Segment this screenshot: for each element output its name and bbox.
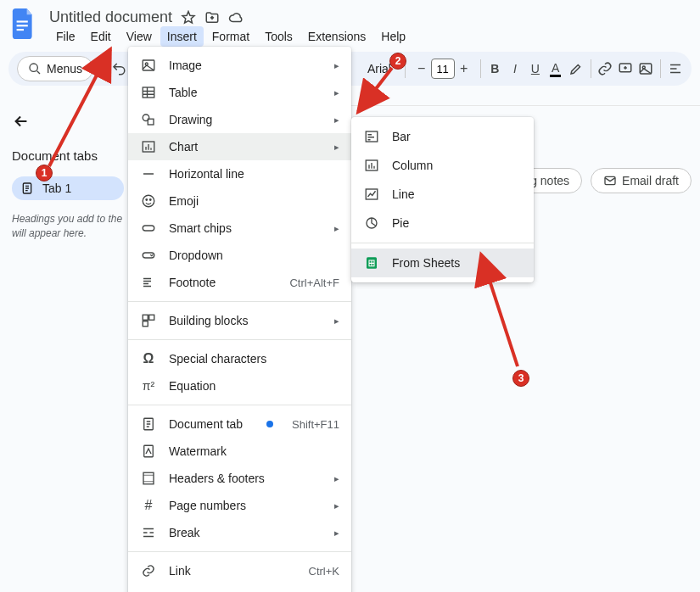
underline-button[interactable]: U [528, 57, 543, 81]
pie-chart-icon [363, 215, 380, 232]
document-title[interactable]: Untitled document [49, 8, 172, 26]
italic-button[interactable]: I [507, 57, 523, 81]
insert-break-item[interactable]: Break ▸ [128, 519, 351, 546]
increase-font-button[interactable]: + [455, 59, 473, 79]
insert-horizontal-line-item[interactable]: Horizontal line [128, 160, 351, 187]
menu-view[interactable]: View [120, 26, 159, 47]
chip-label: Email draft [622, 174, 679, 187]
document-icon [20, 182, 34, 195]
svg-point-3 [30, 64, 37, 71]
insert-chart-item[interactable]: Chart ▸ [128, 133, 351, 160]
insert-headers-footers-item[interactable]: Headers & footers ▸ [128, 465, 351, 492]
menu-item-label: Drawing [169, 113, 322, 126]
chart-bar-item[interactable]: Bar [351, 122, 534, 151]
link-icon [140, 562, 157, 579]
chevron-right-icon: ▸ [334, 223, 339, 234]
svg-rect-1 [17, 25, 28, 26]
svg-rect-26 [143, 472, 154, 484]
insert-special-chars-item[interactable]: Ω Special characters [128, 345, 351, 372]
separator [660, 59, 661, 78]
insert-watermark-item[interactable]: Watermark [128, 438, 351, 465]
insert-page-numbers-item[interactable]: # Page numbers ▸ [128, 492, 351, 519]
equation-icon: π² [140, 377, 157, 394]
chart-pie-item[interactable]: Pie [351, 209, 534, 237]
insert-link-button[interactable] [597, 57, 613, 81]
back-arrow-icon[interactable] [12, 112, 124, 148]
svg-point-17 [146, 199, 148, 201]
align-button[interactable] [668, 57, 683, 81]
undo-button[interactable] [111, 57, 126, 81]
chart-column-item[interactable]: Column [351, 151, 534, 180]
chevron-right-icon: ▸ [334, 500, 339, 511]
email-draft-chip[interactable]: Email draft [591, 168, 692, 193]
menus-search[interactable]: Menus [17, 56, 93, 81]
menu-format[interactable]: Format [205, 26, 256, 47]
move-icon[interactable] [204, 10, 220, 25]
document-tabs-panel: Document tabs Tab 1 Headings you add to … [0, 100, 132, 592]
insert-drawing-item[interactable]: Drawing ▸ [128, 106, 351, 133]
star-icon[interactable] [181, 10, 196, 25]
svg-rect-28 [366, 131, 378, 142]
docs-logo-icon[interactable] [8, 8, 39, 39]
menu-file[interactable]: File [49, 26, 82, 47]
panel-title: Document tabs [12, 148, 124, 176]
menu-item-label: Chart [169, 140, 322, 154]
menu-item-label: Equation [169, 379, 339, 393]
menu-item-label: Document tab [169, 417, 258, 431]
svg-rect-25 [144, 445, 154, 457]
drawing-icon [140, 111, 157, 128]
decrease-font-button[interactable]: − [412, 59, 431, 79]
menu-item-label: Smart chips [169, 221, 322, 235]
menu-insert[interactable]: Insert [160, 26, 204, 47]
chevron-right-icon: ▸ [334, 114, 339, 126]
document-tab-item[interactable]: Tab 1 [12, 176, 124, 200]
insert-document-tab-item[interactable]: Document tab Shift+F11 [128, 410, 351, 438]
insert-building-blocks-item[interactable]: Building blocks ▸ [128, 307, 351, 334]
break-icon [140, 524, 157, 541]
separator [128, 339, 351, 340]
insert-table-item[interactable]: Table ▸ [128, 79, 351, 106]
menu-item-label: Link [169, 564, 297, 578]
svg-rect-19 [143, 226, 154, 231]
chevron-right-icon: ▸ [334, 528, 339, 539]
menu-tools[interactable]: Tools [258, 26, 300, 47]
font-size-input[interactable] [431, 59, 455, 79]
add-comment-button[interactable] [618, 57, 633, 81]
menu-edit[interactable]: Edit [84, 26, 118, 47]
insert-smart-chips-item[interactable]: Smart chips ▸ [128, 215, 351, 242]
bold-button[interactable]: B [487, 57, 502, 81]
highlight-button[interactable] [568, 57, 584, 81]
insert-image-button[interactable] [638, 57, 653, 81]
insert-equation-item[interactable]: π² Equation [128, 372, 351, 399]
panel-help-text: Headings you add to the will appear here… [12, 212, 124, 241]
insert-footnote-item[interactable]: Footnote Ctrl+Alt+F [128, 269, 351, 296]
insert-link-item[interactable]: Link Ctrl+K [128, 557, 351, 584]
text-color-button[interactable]: A [548, 57, 563, 81]
cloud-status-icon[interactable] [228, 10, 244, 25]
emoji-icon [140, 193, 157, 209]
chevron-right-icon: ▸ [334, 87, 339, 98]
submenu-item-label: Pie [392, 216, 409, 230]
svg-rect-0 [17, 20, 28, 22]
insert-emoji-item[interactable]: Emoji [128, 187, 351, 215]
menu-item-label: Dropdown [169, 249, 339, 262]
horizontal-line-icon [140, 165, 157, 182]
email-icon [603, 174, 617, 187]
menu-help[interactable]: Help [374, 26, 412, 47]
new-indicator-dot [266, 421, 273, 427]
svg-point-18 [150, 199, 152, 201]
separator [480, 59, 481, 78]
menu-item-label: Horizontal line [169, 167, 339, 181]
chart-from-sheets-item[interactable]: From Sheets [351, 249, 534, 277]
insert-dropdown-item[interactable]: Dropdown [128, 242, 351, 269]
menu-item-label: Page numbers [169, 499, 322, 512]
menus-chip-label: Menus [47, 62, 82, 75]
font-name-label: Arial [367, 62, 391, 75]
submenu-item-label: From Sheets [392, 256, 460, 270]
menu-item-label: Table [169, 86, 322, 99]
chart-line-item[interactable]: Line [351, 180, 534, 209]
insert-image-item[interactable]: Image ▸ [128, 52, 351, 79]
chart-submenu: Bar Column Line Pie From Sheets [351, 117, 534, 282]
menu-extensions[interactable]: Extensions [301, 26, 372, 47]
separator [591, 59, 591, 78]
